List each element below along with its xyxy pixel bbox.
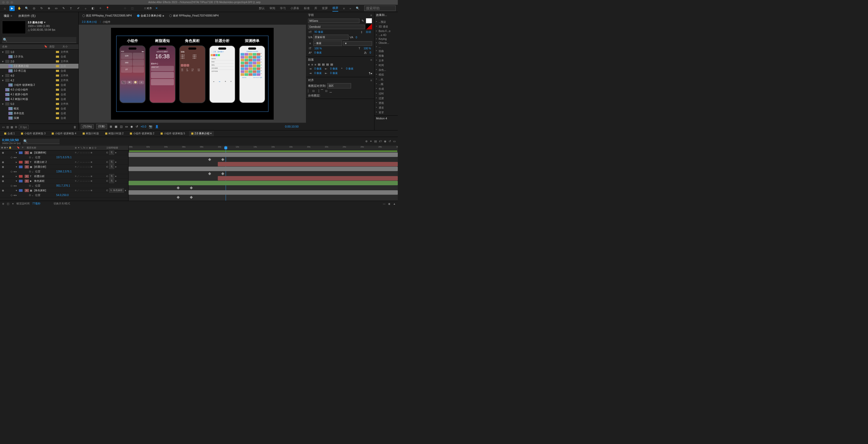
workspace-learn[interactable]: 学习: [280, 5, 286, 11]
effect-category[interactable]: 生成: [375, 87, 397, 91]
text-tool-icon[interactable]: T: [68, 6, 73, 11]
timeline-tab[interactable]: 树脂计时器: [81, 131, 101, 136]
brush-tool-icon[interactable]: ✐: [75, 6, 81, 11]
trash-icon[interactable]: 🗑: [73, 125, 76, 129]
current-time[interactable]: 0;00;10;50: [285, 125, 299, 128]
property-row[interactable]: ◇ ◂ ▸⊙ ⌄位置1571.8,576.1: [0, 155, 128, 160]
tl-tool-icon[interactable]: ▭: [393, 139, 396, 143]
font-family-dropdown[interactable]: MiSans: [308, 19, 360, 23]
tl-tool-icon[interactable]: 🏷: [379, 139, 382, 143]
effect-category[interactable]: ...: [375, 45, 397, 49]
col-tag[interactable]: 🔖: [44, 45, 49, 49]
interpret-icon[interactable]: ▥: [6, 125, 9, 129]
effect-category[interactable]: 通道: [375, 105, 397, 110]
effect-category[interactable]: 抠像: [375, 54, 397, 58]
effect-category[interactable]: ...a 4D: [375, 33, 397, 37]
layer-row[interactable]: ◉▾1▦[深渊榜单]⊕ ／ — — — — ◉© 无 ▾: [0, 150, 128, 155]
axis-icon[interactable]: ⊹: [122, 6, 127, 11]
workspace-menu-icon[interactable]: ≡: [343, 7, 344, 10]
effect-category[interactable]: Obsole...: [375, 41, 397, 45]
settings-icon[interactable]: ⚙: [15, 125, 17, 129]
effect-category[interactable]: 3D 通道: [375, 24, 397, 29]
rect-tool-icon[interactable]: ▭: [54, 6, 59, 11]
workspace-default[interactable]: 默认: [259, 5, 265, 11]
show-snapshot-icon[interactable]: 👤: [155, 125, 159, 128]
orbit-tool-icon[interactable]: ◎: [31, 6, 37, 11]
pen-tool-icon[interactable]: ✎: [61, 6, 66, 11]
project-item[interactable]: ▾5.0文件夹: [0, 101, 79, 106]
effect-category[interactable]: ...化: [375, 77, 397, 82]
effect-category[interactable]: ...频: [375, 82, 397, 87]
timeline-tab[interactable]: 合成 1: [2, 131, 17, 136]
justify-center-icon[interactable]: ▤: [322, 63, 324, 66]
workspace-small[interactable]: 小屏幕: [290, 5, 299, 11]
align-vc-icon[interactable]: ⊟: [325, 89, 328, 93]
workspace-more-icon[interactable]: »: [349, 7, 351, 10]
new-comp-icon[interactable]: ▦: [10, 125, 13, 129]
align-hc-icon[interactable]: ⊟: [312, 89, 315, 93]
tl-footer-icon[interactable]: ⊕: [2, 202, 4, 205]
eraser-tool-icon[interactable]: ◧: [90, 6, 95, 11]
project-item[interactable]: ▾4.2文件夹: [0, 78, 79, 83]
effect-category[interactable]: 过时: [375, 91, 397, 96]
align-left-icon[interactable]: ≡: [308, 63, 310, 66]
stamp-tool-icon[interactable]: ⟐: [83, 6, 88, 11]
fill-color[interactable]: [366, 18, 372, 23]
justify-all-icon[interactable]: ▤: [330, 63, 333, 66]
effect-category[interactable]: Boris F...α: [375, 29, 397, 33]
align-target-dropdown[interactable]: 选区: [327, 83, 351, 89]
project-search-input[interactable]: [2, 37, 76, 43]
property-row[interactable]: ◇ ◂ ▸⊙ ⌄位置54.0,250.0: [0, 193, 128, 198]
project-item[interactable]: 概览合成: [0, 106, 79, 111]
puppet-tool-icon[interactable]: 📍: [105, 6, 110, 11]
channel-icon[interactable]: ◉: [130, 125, 133, 128]
align-right-icon[interactable]: ≡: [315, 63, 316, 66]
workspace-review[interactable]: 审阅: [270, 5, 275, 11]
stroke-width[interactable]: - 像素: [313, 41, 342, 46]
project-item[interactable]: 小组件 锁屏树脂 2合成: [0, 83, 79, 87]
property-row[interactable]: ◇ ◂ ▸⊙ ⌄位置1268.2,576.1: [0, 169, 128, 174]
project-item[interactable]: ▾2.0文件夹: [0, 59, 79, 64]
col-type[interactable]: 类型: [49, 45, 62, 49]
font-size[interactable]: 90 像素: [313, 30, 324, 34]
tl-tool-icon[interactable]: ✦: [370, 139, 372, 143]
home-icon[interactable]: ⌂: [2, 6, 7, 11]
mask-icon[interactable]: ◫: [120, 125, 123, 128]
timeline-current-time[interactable]: 0;00;10;50: [2, 138, 21, 142]
timeline-tab[interactable]: 树脂计时器 2: [103, 131, 126, 136]
baseline-shift[interactable]: 0 像素: [313, 51, 323, 55]
workspace-library[interactable]: 库: [314, 5, 317, 11]
viewer-tab-footage[interactable]: 素材 RPReplay_Final1703743090.MP4: [168, 13, 220, 19]
workspace-vertical[interactable]: 竖屏: [322, 5, 328, 11]
effect-category[interactable]: Keying: [375, 37, 397, 41]
project-item[interactable]: 3.0 求三连合成: [0, 68, 79, 73]
3d-icon[interactable]: ◫: [130, 6, 135, 11]
hand-tool-icon[interactable]: ✋: [17, 6, 22, 11]
layer-row[interactable]: ◉▸2T祈愿分析 2⊕ ／ — — — — ◉© 无 ▾: [0, 160, 128, 164]
project-item[interactable]: 4.1 锁屏小组件合成: [0, 92, 79, 97]
property-row[interactable]: ◇ ◂ ▸⊙ ⌄位置951.7,376.1: [0, 183, 128, 188]
project-item[interactable]: ▸4.0文件夹: [0, 73, 79, 78]
snap-options-icon[interactable]: ✕: [154, 6, 159, 11]
layer-row[interactable]: ◉▾6▦[角色展柜]⊕ ／ — — — — ◉© 5. 角色展柜 ▾: [0, 188, 128, 193]
kerning-dropdown[interactable]: 度量标准: [313, 35, 348, 40]
roto-tool-icon[interactable]: ✧: [98, 6, 103, 11]
layer-row[interactable]: ◉▾3▦[祈愿分析]⊕ ／ — — — — ◉© 无 ▾: [0, 164, 128, 169]
align-center-icon[interactable]: ≡: [311, 63, 313, 66]
timeline-tab[interactable]: 小组件 锁屏树脂 2: [128, 131, 156, 136]
grid-icon[interactable]: ⊞: [110, 125, 112, 128]
layer-row[interactable]: ◉▸4T祈愿分析⊕ ／ — — — — ◉© 无 ▾: [0, 174, 128, 179]
project-item[interactable]: 1.0 开头合成: [0, 54, 79, 59]
layer-row[interactable]: ◉▾5■角色展柜⊕ ／ — — — — ◉© 无 ▾: [0, 179, 128, 183]
effect-category[interactable]: 透视: [375, 101, 397, 105]
zoom-slider[interactable]: ◉: [388, 202, 391, 205]
col-size[interactable]: 大小: [62, 45, 68, 49]
bpc-badge[interactable]: 8 bpc: [19, 125, 29, 129]
rotate-tool-icon[interactable]: ↻: [39, 6, 44, 11]
font-weight-dropdown[interactable]: Demibold: [308, 25, 365, 29]
align-l-icon[interactable]: ▏: [308, 89, 310, 93]
timeline-tab[interactable]: 2.0 基本介绍 ×: [189, 131, 214, 136]
col-name[interactable]: 名称: [2, 45, 44, 49]
project-item[interactable]: 2.0 基本介绍合成: [0, 64, 79, 68]
eyedropper-icon[interactable]: ✎: [361, 19, 365, 23]
